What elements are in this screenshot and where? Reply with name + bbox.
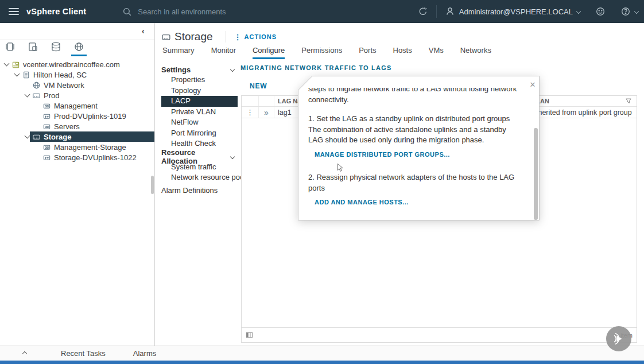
tree-item-label: Management — [54, 102, 98, 110]
nav-item-properties[interactable]: Properties — [161, 75, 238, 86]
dvswitch-icon — [32, 91, 41, 100]
tab-networks[interactable]: Networks — [460, 46, 491, 59]
search-icon — [122, 7, 132, 17]
actions-label: ACTIONS — [245, 33, 277, 40]
tab-ports[interactable]: Ports — [359, 46, 376, 59]
configure-nav: Settings Properties Topology LACP Privat… — [161, 60, 238, 196]
nav-section-settings[interactable]: Settings — [161, 64, 238, 75]
tree-item-storage-dvuplinks[interactable]: Storage-DVUplinks-1022 — [0, 152, 154, 162]
chevron-down-icon — [230, 67, 235, 72]
tree-item-label: Prod — [44, 91, 59, 100]
dvswitch-icon — [32, 133, 41, 141]
play-logo-icon — [611, 331, 626, 346]
networks-tab[interactable] — [73, 41, 84, 56]
lacp-panel-heading: MIGRATING NETWORK TRAFFIC TO LAGS — [240, 64, 391, 71]
search-input[interactable] — [137, 7, 309, 17]
popup-scroll-area[interactable]: steps to migrate network traffic to a LA… — [299, 88, 531, 220]
tree-item-storage[interactable]: Storage — [0, 131, 154, 142]
nav-item-private-vlan[interactable]: Private VLAN — [161, 107, 238, 118]
chevron-down-icon[interactable] — [14, 71, 20, 77]
tab-permissions[interactable]: Permissions — [301, 46, 342, 59]
portgroup-icon — [42, 143, 51, 152]
row-kebab-icon[interactable]: ⋮ — [246, 110, 254, 115]
nav-item-port-mirroring[interactable]: Port Mirroring — [161, 128, 238, 139]
bottom-taskbar: Recent Tasks Alarms — [0, 346, 644, 361]
nav-item-lacp[interactable]: LACP — [161, 96, 238, 107]
menu-icon[interactable] — [9, 8, 19, 15]
nav-section-resource-allocation[interactable]: Resource Allocation — [161, 152, 238, 162]
section-label: Settings — [161, 65, 191, 74]
add-and-manage-hosts-link[interactable]: ADD AND MANAGE HOSTS... — [315, 197, 521, 208]
nav-item-topology[interactable]: Topology — [161, 86, 238, 96]
uplink-portgroup-icon — [42, 112, 51, 121]
nav-item-netflow[interactable]: NetFlow — [161, 117, 238, 128]
object-tabs: Summary Monitor Configure Permissions Po… — [162, 46, 491, 59]
portgroup-icon — [42, 122, 51, 131]
tree-item-datacenter[interactable]: Hilton Head, SC — [0, 69, 154, 80]
nav-section-alarm-definitions[interactable]: Alarm Definitions — [161, 185, 238, 196]
datacenter-icon — [22, 71, 30, 79]
network-globe-icon — [73, 41, 84, 52]
user-icon — [445, 6, 455, 17]
tree-item-prod-dvuplinks[interactable]: Prod-DVUplinks-1019 — [0, 111, 154, 121]
new-lag-button[interactable]: NEW — [250, 82, 267, 90]
network-icon — [32, 81, 41, 90]
popup-intro-text: steps to migrate network traffic to a LA… — [308, 88, 521, 105]
storage-tab[interactable] — [51, 41, 61, 56]
video-progress-bar — [0, 361, 644, 364]
collapse-panel-icon[interactable]: ‹ — [142, 28, 150, 36]
tab-monitor[interactable]: Monitor — [211, 46, 236, 59]
tree-item-label: Storage — [44, 133, 71, 141]
alarms-button[interactable]: Alarms — [133, 349, 156, 358]
table-footer: 1 item — [242, 327, 637, 342]
chevron-down-icon[interactable] — [25, 133, 30, 139]
actions-button[interactable]: ⋮ ACTIONS — [234, 33, 277, 41]
tab-vms[interactable]: VMs — [429, 46, 444, 59]
tree-item-vcenter[interactable]: vcenter.wiredbraincoffee.com — [0, 59, 154, 69]
help-menu[interactable] — [620, 6, 638, 17]
manage-distributed-port-groups-link[interactable]: MANAGE DISTRIBUTED PORT GROUPS... — [315, 149, 521, 160]
lag-migration-help-popup: ✕ steps to migrate network traffic to a … — [297, 75, 541, 222]
expand-row-icon[interactable]: » — [264, 108, 269, 117]
chevron-down-icon[interactable] — [4, 61, 10, 67]
feedback-icon[interactable] — [595, 6, 606, 17]
divider — [436, 5, 437, 18]
expand-tasks-icon[interactable] — [22, 351, 27, 355]
chevron-down-icon[interactable] — [25, 92, 30, 98]
tree-item-label: Servers — [54, 122, 80, 131]
nav-item-network-resource-pools[interactable]: Network resource pools — [161, 172, 238, 183]
pluralsight-badge[interactable] — [606, 326, 631, 351]
panel-scrollbar[interactable] — [151, 176, 154, 194]
popup-scrollbar[interactable] — [534, 128, 538, 220]
tab-hosts[interactable]: Hosts — [393, 46, 412, 59]
inventory-tree: vcenter.wiredbraincoffee.com Hilton Head… — [0, 59, 154, 162]
filter-icon[interactable] — [625, 98, 632, 104]
tree-item-vm-network[interactable]: VM Network — [0, 80, 154, 90]
vsphere-client-window: vSphere Client Administrator@VSPHERE.LOC… — [0, 0, 644, 364]
user-name: Administrator@VSPHERE.LOCAL — [459, 7, 573, 16]
close-icon[interactable]: ✕ — [529, 81, 537, 89]
hosts-clusters-tab[interactable] — [5, 41, 15, 56]
tree-item-prod[interactable]: Prod — [0, 90, 154, 100]
refresh-icon[interactable] — [418, 6, 428, 17]
tab-configure[interactable]: Configure — [253, 46, 285, 59]
vms-templates-tab[interactable] — [28, 41, 38, 56]
storage-icon — [51, 41, 61, 52]
tree-item-management-storage[interactable]: Management-Storage — [0, 142, 154, 152]
help-icon — [620, 6, 631, 17]
hosts-clusters-icon — [5, 41, 15, 52]
divider — [226, 31, 226, 42]
recent-tasks-button[interactable]: Recent Tasks — [61, 349, 106, 358]
tree-item-management[interactable]: Management — [0, 100, 154, 111]
popup-step-1: 1. Set the LAG as a standby uplink on di… — [308, 114, 521, 160]
object-header: Storage ⋮ ACTIONS — [161, 29, 277, 45]
column-picker-icon[interactable] — [246, 331, 253, 339]
kebab-icon: ⋮ — [234, 33, 242, 41]
tree-item-servers[interactable]: Servers — [0, 121, 154, 131]
tree-item-label: vcenter.wiredbraincoffee.com — [23, 60, 120, 69]
global-search[interactable] — [122, 7, 309, 17]
tab-summary[interactable]: Summary — [162, 46, 195, 59]
step-description: The combination of active standalone upl… — [308, 125, 521, 146]
user-menu[interactable]: Administrator@VSPHERE.LOCAL — [445, 6, 580, 17]
column-vlan[interactable]: VLAN — [530, 96, 637, 106]
